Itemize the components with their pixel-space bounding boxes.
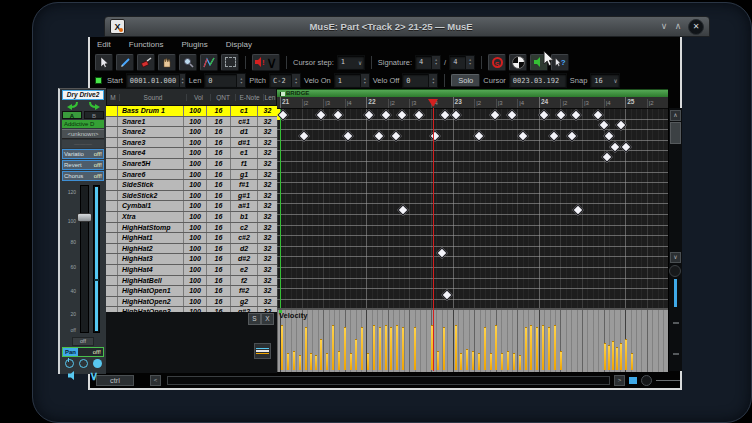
drum-row-snare4[interactable]: Snare410016e132 — [106, 148, 277, 159]
menu-item-display[interactable]: Display — [226, 40, 252, 49]
grid-row[interactable] — [277, 215, 668, 226]
strip-control-variatio[interactable]: Variatiooff! — [62, 149, 104, 159]
velocity-bar[interactable] — [478, 353, 480, 370]
vscroll-down-button[interactable]: ∨ — [670, 252, 681, 263]
drum-row-cymbal1[interactable]: Cymbal110016a#132 — [106, 201, 277, 212]
hzoom-slider-knob[interactable] — [641, 375, 652, 386]
playhead-triangle[interactable] — [428, 99, 438, 107]
grid-row[interactable] — [277, 257, 668, 268]
velocity-bar[interactable] — [443, 327, 445, 370]
velocity-bar[interactable] — [390, 327, 392, 370]
track-name[interactable]: Dry Drive2 — [62, 90, 104, 100]
vzoom-slider-knob[interactable] — [669, 265, 681, 277]
window-rollup-button[interactable]: ∧ — [671, 17, 685, 36]
drum-row-highhatopen1[interactable]: HighHatOpen110016f#232 — [106, 286, 277, 297]
fader-groove[interactable] — [80, 185, 89, 333]
strip-control-chorus[interactable]: Chorusoff! — [62, 171, 104, 181]
velocity-bar[interactable] — [350, 353, 352, 370]
velocity-bar[interactable] — [299, 355, 301, 370]
velocity-bar[interactable] — [542, 325, 544, 370]
drum-row-snare2[interactable]: Snare210016d132 — [106, 127, 277, 138]
velocity-bar[interactable] — [310, 353, 312, 370]
velocity-bar[interactable] — [616, 347, 618, 370]
grid-row[interactable] — [277, 279, 668, 290]
step-record-button[interactable]: S — [488, 54, 506, 71]
note-grid[interactable] — [277, 109, 668, 308]
velocity-bar[interactable] — [536, 327, 538, 370]
volume-value[interactable]: off — [72, 337, 94, 346]
velocity-bar[interactable] — [320, 339, 322, 370]
grid-row[interactable] — [277, 204, 668, 215]
controller-select-button[interactable] — [254, 343, 271, 359]
velocity-bar[interactable] — [287, 353, 289, 370]
velocity-bar[interactable] — [344, 327, 346, 370]
grid-row[interactable] — [277, 289, 668, 300]
velocity-bar[interactable] — [612, 341, 614, 370]
snap-combo[interactable]: 16∨ — [590, 73, 620, 88]
solo-button[interactable]: Solo — [451, 74, 480, 87]
bank-b-button[interactable]: B — [84, 111, 104, 119]
velocity-bar[interactable] — [466, 349, 468, 370]
velocity-bar[interactable] — [525, 327, 527, 370]
velocity-bar[interactable] — [507, 351, 509, 370]
velocity-bar[interactable] — [513, 353, 515, 370]
velocity-bar[interactable] — [501, 353, 503, 370]
vscroll-up-button[interactable]: ∧ — [670, 110, 681, 121]
velocity-bar[interactable] — [460, 353, 462, 370]
audition-events-button[interactable]: ! ∨ — [252, 54, 280, 71]
velo-on-spinbox[interactable]: 1▴▾ — [334, 73, 370, 88]
drum-row-snare1[interactable]: Snare110016c#132 — [106, 117, 277, 128]
velocity-bar[interactable] — [332, 325, 334, 370]
velocity-bar[interactable] — [548, 327, 550, 370]
velocity-bar[interactable] — [396, 325, 398, 370]
velocity-pane[interactable]: Velocity — [277, 308, 668, 372]
column-header-len[interactable]: Len — [264, 94, 276, 101]
window-titlebar[interactable]: X MusE: Part <Track 2> 21-25 — MusE ∨ ∧ … — [104, 16, 710, 37]
velocity-bar[interactable] — [472, 351, 474, 370]
window-shade-button[interactable]: ∨ — [657, 17, 671, 36]
pan-control[interactable]: Pan off! — [62, 347, 104, 357]
velocity-bar[interactable] — [281, 325, 283, 370]
velocity-bar[interactable] — [338, 351, 340, 370]
velocity-bar[interactable] — [437, 351, 439, 370]
pencil-tool-button[interactable] — [116, 54, 134, 71]
column-header-e-note[interactable]: E-Note — [236, 94, 264, 101]
hzoom-slider-track[interactable] — [656, 380, 680, 381]
velocity-bar[interactable] — [379, 327, 381, 370]
drum-row-highhatopen2[interactable]: HighHatOpen210016g232 — [106, 297, 277, 308]
drum-row-highhat3[interactable]: HighHat310016d#232 — [106, 254, 277, 265]
controller-solo-button[interactable]: S — [248, 313, 261, 325]
record-ring-icon[interactable] — [79, 359, 88, 368]
grid-row[interactable] — [277, 236, 668, 247]
bank-select-button[interactable]: <unknown> — [62, 129, 104, 139]
velocity-bar[interactable] — [361, 327, 363, 370]
velocity-bar[interactable] — [414, 327, 416, 370]
velocity-bar[interactable] — [385, 325, 387, 370]
signature-denominator-spinbox[interactable]: 4▴▾ — [449, 55, 475, 70]
controller-close-button[interactable]: X — [261, 313, 274, 325]
horizontal-scrollbar[interactable] — [167, 376, 610, 385]
velocity-bar[interactable] — [484, 327, 486, 370]
eraser-tool-button[interactable] — [137, 54, 155, 71]
menu-item-plugins[interactable]: Plugins — [181, 40, 207, 49]
grid-row[interactable] — [277, 183, 668, 194]
velocity-bar[interactable] — [495, 325, 497, 370]
marker-bar[interactable]: BRIDGE — [277, 89, 668, 97]
menu-item-functions[interactable]: Functions — [129, 40, 164, 49]
velocity-bar[interactable] — [367, 353, 369, 370]
grid-row[interactable] — [277, 226, 668, 237]
grid-row[interactable] — [277, 247, 668, 258]
velocity-bar[interactable] — [355, 339, 357, 370]
drum-row-snare5h[interactable]: Snare5H10016f132 — [106, 159, 277, 170]
drum-row-xtra[interactable]: Xtra10016b132 — [106, 212, 277, 223]
grid-row[interactable] — [277, 162, 668, 173]
velocity-bar[interactable] — [604, 343, 606, 370]
chevron-down-icon[interactable]: ∨ — [89, 371, 98, 381]
velocity-bar[interactable] — [530, 325, 532, 370]
zoom-tool-button[interactable] — [179, 54, 197, 71]
drum-row-highhat4[interactable]: HighHat410016e232 — [106, 265, 277, 276]
grid-row[interactable] — [277, 173, 668, 184]
hscroll-right-button[interactable]: > — [614, 375, 625, 386]
drum-row-highhatstomp[interactable]: HighHatStomp10016c232 — [106, 223, 277, 234]
velocity-bar[interactable] — [554, 325, 556, 370]
